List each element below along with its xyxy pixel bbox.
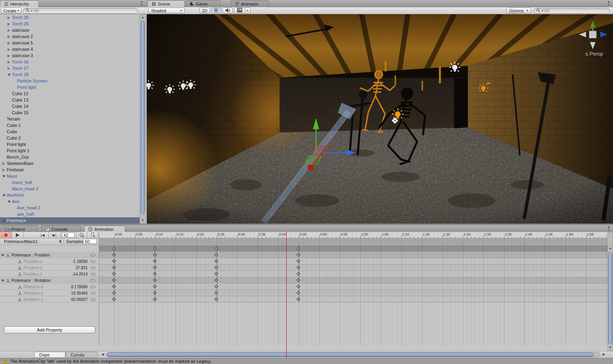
keyframe-diamond[interactable]: [112, 272, 116, 276]
scene-effects-dropdown[interactable]: ▾: [245, 8, 251, 13]
foldout-collapsed-icon[interactable]: [2, 169, 5, 172]
tab-project[interactable]: Project: [1, 226, 37, 232]
foldout-collapsed-icon[interactable]: [8, 54, 10, 57]
curves-mode-button[interactable]: Curves: [65, 352, 98, 358]
hierarchy-item[interactable]: Cube 13: [0, 97, 140, 103]
hierarchy-item[interactable]: Torch 26: [0, 21, 140, 27]
keyframe-diamond[interactable]: [297, 284, 301, 288]
dopesheet-row[interactable]: [99, 258, 607, 264]
property-value[interactable]: 8.178686: [71, 284, 88, 290]
hierarchy-item[interactable]: Particle System: [0, 78, 140, 84]
keyframe-diamond[interactable]: [153, 284, 157, 288]
dopesheet-row[interactable]: [99, 290, 607, 296]
keyframe-diamond[interactable]: [112, 253, 116, 257]
foldout-collapsed-icon[interactable]: [8, 67, 10, 70]
hierarchy-item[interactable]: Axe: [0, 198, 140, 205]
dope-sheet-mode-button[interactable]: Dope Sheet: [34, 352, 65, 358]
hierarchy-item[interactable]: Torch 25: [0, 14, 140, 21]
keyframe-diamond[interactable]: [297, 278, 301, 282]
clip-dropdown-arrows-icon[interactable]: [59, 239, 61, 243]
keyframe-diamond[interactable]: [215, 278, 218, 282]
curve-toggle-icon[interactable]: [90, 292, 96, 295]
hierarchy-item[interactable]: staircase 3: [0, 52, 140, 59]
add-keyframe-button[interactable]: [76, 232, 87, 238]
property-group-row[interactable]: Polemace : Rotation: [0, 277, 99, 284]
samples-field[interactable]: 60: [83, 239, 97, 244]
hierarchy-panel-menu-icon[interactable]: ▾≡: [138, 1, 145, 6]
keyframe-diamond[interactable]: [297, 259, 301, 263]
keyframe-diamond[interactable]: [297, 297, 301, 301]
keyframe-diamond[interactable]: [297, 253, 301, 257]
keyframe-diamond[interactable]: [112, 265, 116, 269]
dopesheet-row[interactable]: [99, 264, 607, 271]
property-group-row[interactable]: Polemace : Position: [0, 252, 99, 258]
keyframe-diamond[interactable]: [112, 291, 116, 295]
hierarchy-item[interactable]: Cube 12: [0, 90, 140, 97]
keyframe-diamond[interactable]: [153, 247, 157, 251]
hierarchy-item[interactable]: staircase 5: [0, 40, 140, 46]
current-frame-field[interactable]: 42: [62, 232, 75, 238]
property-value[interactable]: 60.06007: [71, 297, 88, 303]
timeline-hscrollbar-thumb[interactable]: [107, 353, 594, 357]
dopesheet-master-row[interactable]: [99, 246, 607, 252]
timeline-playhead[interactable]: [286, 232, 287, 358]
goto-first-frame-button[interactable]: |◀: [37, 232, 49, 238]
hierarchy-item[interactable]: axe_haft: [0, 211, 140, 217]
hierarchy-item[interactable]: Point light 1: [0, 148, 140, 154]
foldout-collapsed-icon[interactable]: [2, 162, 5, 165]
keyframe-diamond[interactable]: [153, 297, 157, 301]
keyframe-diamond[interactable]: [112, 259, 116, 263]
keyframe-diamond[interactable]: [112, 278, 116, 282]
foldout-expanded-icon[interactable]: [8, 201, 11, 203]
hierarchy-item[interactable]: staircase 4: [0, 46, 140, 52]
search-filter-caret-icon[interactable]: ▾: [542, 9, 543, 13]
property-row[interactable]: Position.y37.831: [0, 264, 99, 271]
add-event-button[interactable]: [87, 232, 98, 238]
keyframe-diamond[interactable]: [215, 265, 218, 269]
foldout-expanded-icon[interactable]: [2, 175, 6, 178]
goto-last-frame-button[interactable]: ▶|: [49, 232, 61, 238]
hierarchy-item[interactable]: Cube: [0, 128, 140, 135]
property-value[interactable]: 19.95465: [71, 290, 88, 297]
foldout-collapsed-icon[interactable]: [8, 42, 10, 45]
hierarchy-item[interactable]: Cube 2: [0, 135, 140, 141]
hierarchy-item[interactable]: Terrain: [0, 116, 140, 122]
play-button[interactable]: [12, 232, 24, 238]
tab-hierarchy[interactable]: Hierarchy: [0, 0, 39, 7]
dopesheet-row[interactable]: [99, 271, 607, 277]
dopesheet-row[interactable]: [99, 277, 607, 284]
scroll-up-icon[interactable]: ▲: [140, 15, 146, 20]
hierarchy-item[interactable]: Axe_head 2: [0, 205, 140, 211]
animation-panel-menu-icon[interactable]: ▾≡: [605, 226, 612, 232]
property-row[interactable]: Rotation.x8.178686: [0, 284, 99, 290]
hierarchy-scrollbar-thumb[interactable]: [141, 21, 145, 214]
search-filter-caret-icon[interactable]: ▾: [31, 9, 33, 13]
scroll-left-icon[interactable]: ◀: [100, 352, 105, 357]
keyframe-diamond[interactable]: [153, 253, 157, 257]
keyframe-diamond[interactable]: [215, 253, 218, 257]
dope-sheet[interactable]: [99, 238, 607, 345]
foldout-expanded-icon[interactable]: [2, 194, 6, 197]
foldout-collapsed-icon[interactable]: [8, 29, 10, 32]
hierarchy-item[interactable]: Mace: [0, 173, 140, 179]
keyframe-diamond[interactable]: [215, 259, 218, 263]
keyframe-diamond[interactable]: [112, 284, 116, 288]
hierarchy-item[interactable]: Cube 1: [0, 122, 140, 128]
keyframe-diamond[interactable]: [297, 272, 301, 276]
timeline-ruler[interactable]: 0:000:050:100:150:200:250:300:350:400:45…: [99, 232, 607, 238]
hierarchy-item[interactable]: SkeletonBase: [0, 160, 140, 167]
curve-toggle-icon[interactable]: [90, 260, 96, 263]
hierarchy-item[interactable]: Point light: [0, 141, 140, 148]
scroll-right-icon[interactable]: ▶: [601, 352, 607, 357]
tab-console[interactable]: Console: [41, 226, 81, 232]
hierarchy-search-input[interactable]: ▾ All: [23, 8, 138, 13]
hierarchy-item[interactable]: Cube 14: [0, 103, 140, 109]
hierarchy-item[interactable]: Mace_head 2: [0, 186, 140, 192]
animation-vscrollbar[interactable]: ▲ ▼: [607, 232, 613, 351]
scroll-down-icon[interactable]: ▼: [140, 218, 146, 223]
hierarchy-item[interactable]: Point light: [0, 84, 140, 90]
dopesheet-row[interactable]: [99, 296, 607, 303]
animation-vscrollbar-thumb[interactable]: [608, 252, 612, 344]
hierarchy-item[interactable]: Torch 27: [0, 65, 140, 71]
scroll-down-icon[interactable]: ▼: [607, 345, 613, 350]
